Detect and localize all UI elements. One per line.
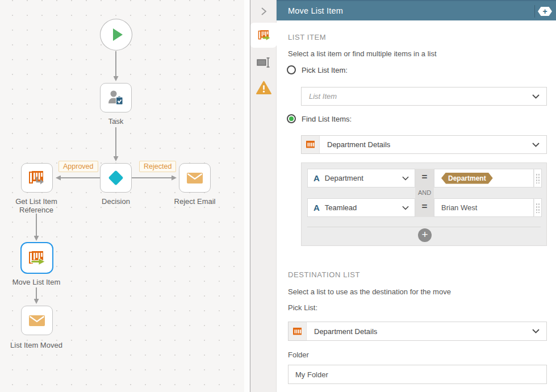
chevron-down-icon xyxy=(532,94,540,99)
filter-builder: = AND = A Department Department xyxy=(301,162,547,246)
workflow-designer: Task Decision Get List Item Reference xyxy=(0,0,556,392)
list-item-section-description: Select a list item or find multiple item… xyxy=(288,49,437,58)
envelope-icon xyxy=(26,310,48,331)
tab-properties[interactable] xyxy=(250,50,277,75)
list-icon-cell xyxy=(289,322,307,340)
list-item-moved-node[interactable] xyxy=(21,306,53,335)
task-label: Task xyxy=(87,117,144,126)
row-drag-handle[interactable] xyxy=(534,169,542,187)
pick-list-item-radio[interactable]: Pick List Item: xyxy=(287,65,348,74)
chevron-down-icon xyxy=(402,206,409,210)
user-task-icon xyxy=(105,87,127,109)
text-type-icon: A xyxy=(313,203,320,212)
tab-errors[interactable] xyxy=(250,75,277,100)
find-list-dropdown[interactable]: Department Details xyxy=(301,135,547,154)
row-drag-handle[interactable] xyxy=(534,198,542,217)
text-type-icon: A xyxy=(313,173,320,183)
move-list-item-node[interactable] xyxy=(20,242,53,274)
pick-list-label: Pick List: xyxy=(288,303,317,312)
operator-column: = AND = xyxy=(415,169,434,217)
destination-section-description: Select a list to use as the destination … xyxy=(288,287,451,296)
equals-operator: = xyxy=(415,201,434,212)
drag-dots-icon xyxy=(536,203,540,213)
panel-title: Move List Item xyxy=(277,6,343,15)
list-item-dropdown[interactable]: List Item xyxy=(301,87,547,106)
drag-dots-icon xyxy=(536,173,540,184)
filter-divider xyxy=(307,227,541,227)
move-list-icon xyxy=(26,247,48,269)
list-icon-cell xyxy=(302,136,320,153)
destination-list-dropdown[interactable]: Department Details xyxy=(288,322,547,341)
chevron-down-icon xyxy=(532,329,540,333)
list-reference-icon xyxy=(26,167,48,189)
panel-header: Move List Item + xyxy=(277,0,556,20)
find-list-dropdown-value: Department Details xyxy=(320,140,390,149)
reject-email-label: Reject Email xyxy=(166,197,223,206)
panel-tab-strip xyxy=(250,0,277,392)
filter-value-field-2[interactable]: Brian West xyxy=(434,198,534,217)
filter-field-dropdown-1[interactable]: A Department xyxy=(307,169,415,187)
list-item-moved-label: List Item Moved xyxy=(2,341,70,349)
decision-node[interactable] xyxy=(100,163,132,193)
folder-label: Folder xyxy=(288,351,309,359)
list-table-icon xyxy=(292,327,302,336)
conjunction-label: AND xyxy=(415,189,434,196)
chevron-right-icon xyxy=(260,7,267,16)
add-filter-button[interactable]: + xyxy=(418,228,432,242)
folder-input[interactable] xyxy=(288,365,547,384)
start-node[interactable] xyxy=(100,19,132,51)
decision-label: Decision xyxy=(87,197,144,206)
move-list-icon xyxy=(256,27,272,43)
tab-configuration[interactable] xyxy=(250,23,277,48)
destination-list-value: Department Details xyxy=(307,327,377,336)
radio-unselected-icon[interactable] xyxy=(287,65,296,74)
equals-operator: = xyxy=(415,172,434,183)
destination-section-heading: DESTINATION LIST xyxy=(288,270,360,279)
list-item-dropdown-placeholder: List Item xyxy=(302,92,337,101)
header-divider xyxy=(534,5,535,18)
department-token[interactable]: Department xyxy=(441,173,493,184)
get-list-item-reference-node[interactable] xyxy=(21,163,53,193)
move-list-item-label: Move List Item xyxy=(2,278,70,286)
approved-connector-badge: Approved xyxy=(58,161,98,172)
rejected-connector-badge: Rejected xyxy=(139,161,176,172)
decision-diamond-icon xyxy=(104,166,127,189)
task-node[interactable] xyxy=(100,83,132,112)
plus-icon: + xyxy=(542,7,547,15)
reject-email-node[interactable] xyxy=(179,163,211,193)
warning-icon xyxy=(256,81,271,95)
config-panel: Move List Item + LIST ITEM Select a list… xyxy=(250,0,556,392)
play-icon xyxy=(108,26,125,43)
envelope-icon xyxy=(184,167,206,189)
chevron-down-icon xyxy=(532,143,540,147)
filter-value-field-1[interactable]: Department xyxy=(434,169,534,187)
radio-selected-icon[interactable] xyxy=(287,114,296,123)
chevron-down-icon xyxy=(402,176,409,181)
panel-content: LIST ITEM Select a list item or find mul… xyxy=(277,20,556,392)
text-field-icon xyxy=(256,56,271,69)
get-list-item-reference-label: Get List Item Reference xyxy=(2,197,70,214)
add-button[interactable]: + xyxy=(538,7,552,16)
list-item-section-heading: LIST ITEM xyxy=(288,33,326,41)
list-table-icon xyxy=(306,140,315,149)
workflow-canvas[interactable]: Task Decision Get List Item Reference xyxy=(0,0,250,392)
find-list-items-radio[interactable]: Find List Items: xyxy=(287,114,352,123)
collapse-panel-button[interactable] xyxy=(250,0,277,23)
filter-field-dropdown-2[interactable]: A Teamlead xyxy=(307,198,415,217)
